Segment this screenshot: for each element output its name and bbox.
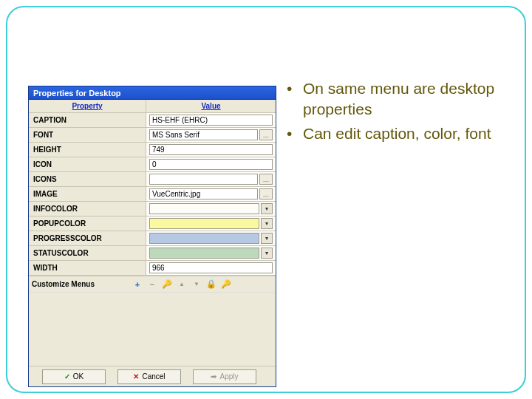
icons-input[interactable] <box>149 174 258 185</box>
statuscolor-dropdown-button[interactable]: ▾ <box>261 248 273 259</box>
close-icon: ✕ <box>133 372 139 381</box>
property-value-infocolor: ▾ <box>146 202 276 216</box>
infocolor-dropdown-button[interactable]: ▾ <box>261 203 273 214</box>
check-icon: ✓ <box>64 372 70 381</box>
image-picker-button[interactable]: … <box>259 188 273 200</box>
font-input[interactable] <box>149 129 258 140</box>
properties-dialog: Properties for Desktop Property Value CA… <box>28 86 276 387</box>
icon-input[interactable] <box>149 159 273 170</box>
ok-button-label: OK <box>73 372 83 381</box>
slide: Properties for Desktop Property Value CA… <box>7 7 525 392</box>
progresscolor-swatch[interactable] <box>149 233 259 244</box>
property-label-progresscolor: PROGRESSCOLOR <box>29 231 146 246</box>
dialog-title: Properties for Desktop <box>33 89 121 98</box>
bullet-text: Can edit caption, color, font <box>303 125 491 142</box>
image-input[interactable] <box>149 188 258 200</box>
column-header-property[interactable]: Property <box>29 100 146 113</box>
caption-input[interactable] <box>149 115 273 126</box>
property-label-infocolor: INFOCOLOR <box>29 202 146 216</box>
column-header-value[interactable]: Value <box>146 100 276 113</box>
property-value-icon <box>146 157 276 172</box>
cancel-button[interactable]: ✕ Cancel <box>117 369 181 384</box>
slide-bullets: On same menu are desktop properties Can … <box>287 78 508 147</box>
move-down-icon[interactable]: ▼ <box>191 279 202 290</box>
slide-frame: Properties for Desktop Property Value CA… <box>6 6 526 393</box>
property-value-popupcolor: ▾ <box>146 216 276 231</box>
width-input[interactable] <box>149 262 273 273</box>
cancel-button-label: Cancel <box>142 372 165 381</box>
icons-picker-button[interactable]: … <box>259 174 273 185</box>
height-input[interactable] <box>149 144 273 155</box>
ok-button[interactable]: ✓ OK <box>42 369 106 384</box>
property-label-icons: ICONS <box>29 172 146 187</box>
font-picker-button[interactable]: … <box>259 129 273 140</box>
popupcolor-swatch[interactable] <box>149 218 259 229</box>
bullet-text: On same menu are desktop properties <box>303 80 494 117</box>
property-value-height <box>146 143 276 157</box>
progresscolor-dropdown-button[interactable]: ▾ <box>261 233 273 244</box>
key-icon[interactable]: 🔑 <box>162 279 172 290</box>
property-label-font: FONT <box>29 128 146 143</box>
apply-button-label: Apply <box>219 372 238 381</box>
statuscolor-swatch[interactable] <box>149 248 259 259</box>
property-label-caption: CAPTION <box>29 113 146 128</box>
property-value-icons: … <box>146 172 276 187</box>
toolbar-icons: + − 🔑 ▲ ▼ 🔒 🔑 <box>132 279 231 290</box>
customize-menus-label: Customize Menus <box>32 280 126 288</box>
bullet-item: Can edit caption, color, font <box>287 123 508 144</box>
property-value-font: … <box>146 128 276 143</box>
property-value-caption <box>146 113 276 128</box>
customize-menus-toolbar: Customize Menus + − 🔑 ▲ ▼ 🔒 🔑 <box>29 276 276 292</box>
add-icon[interactable]: + <box>132 279 143 290</box>
property-value-width <box>146 261 276 276</box>
bullet-item: On same menu are desktop properties <box>287 78 508 120</box>
property-label-image: IMAGE <box>29 187 146 202</box>
infocolor-swatch[interactable] <box>149 203 259 214</box>
property-value-progresscolor: ▾ <box>146 231 276 246</box>
popupcolor-dropdown-button[interactable]: ▾ <box>261 218 273 229</box>
menus-panel <box>29 292 276 366</box>
property-label-icon: ICON <box>29 157 146 172</box>
key-gold-icon[interactable]: 🔑 <box>221 279 231 290</box>
property-label-width: WIDTH <box>29 261 146 276</box>
lock-icon[interactable]: 🔒 <box>206 279 216 290</box>
property-value-statuscolor: ▾ <box>146 246 276 261</box>
arrow-right-icon: ➡ <box>211 372 216 381</box>
properties-grid: Property Value CAPTION FONT … HEIGHT ICO… <box>29 100 276 276</box>
apply-button[interactable]: ➡ Apply <box>193 369 256 384</box>
property-label-statuscolor: STATUSCOLOR <box>29 246 146 261</box>
remove-icon[interactable]: − <box>147 279 157 290</box>
property-label-popupcolor: POPUPCOLOR <box>29 216 146 231</box>
property-value-image: … <box>146 187 276 202</box>
dialog-titlebar: Properties for Desktop <box>29 86 276 100</box>
property-label-height: HEIGHT <box>29 143 146 157</box>
move-up-icon[interactable]: ▲ <box>177 279 187 290</box>
dialog-button-row: ✓ OK ✕ Cancel ➡ Apply <box>29 366 276 386</box>
